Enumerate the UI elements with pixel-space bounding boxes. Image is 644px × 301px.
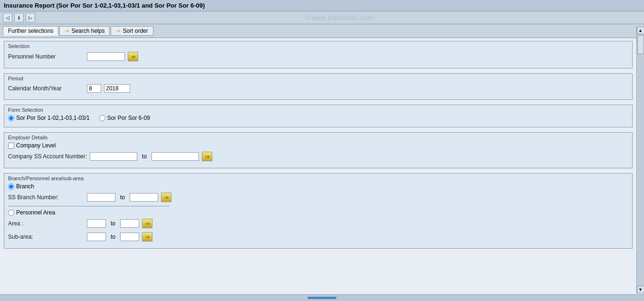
selection-title: Selection — [8, 43, 628, 49]
tab-further-selections[interactable]: Further selections — [3, 26, 58, 36]
tab-search-helps[interactable]: ⇒ Search helps — [59, 26, 110, 36]
ss-branch-number-label: SS Branch Number: — [8, 194, 84, 201]
status-indicator — [308, 297, 336, 299]
branch-personnel-title: Branch/Personnel area/sub-area — [8, 175, 628, 181]
company-ss-account-from-input[interactable] — [90, 152, 137, 161]
calendar-year-input[interactable] — [104, 84, 130, 93]
radio-sor6-input[interactable] — [99, 115, 105, 121]
branch-to-label: to — [120, 194, 125, 201]
scroll-thumb[interactable] — [637, 35, 644, 54]
main-content: Selection Personnel Number ⇒ Period Cale… — [0, 38, 644, 301]
employer-details-section: Employer Details Company Level Company S… — [4, 132, 633, 168]
tab-sort-order[interactable]: ⇒ Sort order — [111, 26, 153, 36]
ss-branch-number-to-input[interactable] — [130, 193, 158, 202]
branch-divider — [8, 206, 170, 206]
company-ss-account-btn[interactable]: ⇒ — [202, 152, 212, 161]
selection-section: Selection Personnel Number ⇒ — [4, 41, 633, 68]
radio-sor6-label: Sor Por Sor 6-09 — [107, 115, 150, 121]
sub-area-label: Sub-area: — [8, 233, 84, 240]
sort-order-arrow: ⇒ — [116, 28, 121, 34]
personnel-number-btn[interactable]: ⇒ — [128, 52, 138, 61]
employer-details-title: Employer Details — [8, 135, 628, 140]
ss-branch-number-row: SS Branch Number: to ⇒ — [8, 192, 628, 203]
company-ss-account-label: Company SS Account Number: — [8, 153, 87, 160]
radio-sor6-item: Sor Por Sor 6-09 — [99, 115, 150, 121]
form-selection-radios: Sor Por Sor 1-02,1-03,1-03/1 Sor Por Sor… — [8, 115, 628, 121]
company-ss-account-to-input[interactable] — [152, 152, 199, 161]
radio-personnel-area-input[interactable] — [8, 210, 14, 216]
personnel-number-row: Personnel Number ⇒ — [8, 51, 628, 62]
calendar-month-input[interactable] — [87, 84, 101, 93]
scroll-up-btn[interactable]: ▲ — [637, 27, 644, 34]
area-from-input[interactable] — [87, 219, 106, 228]
personnel-number-label: Personnel Number — [8, 53, 84, 60]
radio-branch-label: Branch — [16, 183, 34, 190]
company-ss-account-row: Company SS Account Number: to ⇒ — [8, 151, 628, 162]
company-level-row: Company Level — [8, 142, 628, 149]
form-selection-title: Form Selection — [8, 107, 628, 113]
info-icon[interactable]: ℹ — [14, 13, 24, 22]
form-selection-section: Form Selection Sor Por Sor 1-02,1-03,1-0… — [4, 105, 633, 127]
scrollbar[interactable]: ▲ ▼ — [636, 27, 644, 293]
area-row: Area : to ⇒ — [8, 218, 628, 229]
watermark: © www.tutorialkart.com — [37, 14, 641, 21]
toolbar: ◁ ℹ ▷ © www.tutorialkart.com — [0, 11, 644, 24]
company-ss-to-label: to — [142, 153, 147, 160]
forward-icon[interactable]: ▷ — [26, 13, 35, 22]
period-section: Period Calendar Month/Year — [4, 73, 633, 100]
calendar-month-year-label: Calendar Month/Year — [8, 85, 84, 92]
company-level-label: Company Level — [16, 142, 56, 149]
calendar-month-year-row: Calendar Month/Year — [8, 83, 628, 94]
sub-area-btn[interactable]: ⇒ — [142, 232, 152, 242]
sub-area-from-input[interactable] — [87, 233, 106, 241]
scroll-down-btn[interactable]: ▼ — [637, 286, 644, 293]
tab-bar: Further selections ⇒ Search helps ⇒ Sort… — [0, 24, 644, 38]
radio-personnel-area-item: Personnel Area — [8, 209, 628, 216]
area-btn[interactable]: ⇒ — [142, 219, 152, 228]
back-icon[interactable]: ◁ — [3, 13, 12, 22]
radio-branch-item: Branch — [8, 183, 628, 190]
radio-sor1-item: Sor Por Sor 1-02,1-03,1-03/1 — [8, 115, 90, 121]
personnel-number-input[interactable] — [87, 52, 125, 61]
title-text: Insurance Report (Sor Por Sor 1-02,1-03,… — [4, 2, 205, 9]
status-bar — [0, 294, 644, 301]
radio-branch-input[interactable] — [8, 184, 14, 190]
title-bar: Insurance Report (Sor Por Sor 1-02,1-03,… — [0, 0, 644, 11]
scroll-track — [637, 34, 644, 286]
further-selections-label: Further selections — [8, 28, 53, 34]
ss-branch-number-btn[interactable]: ⇒ — [161, 193, 171, 202]
radio-sor1-input[interactable] — [8, 115, 14, 121]
search-helps-label: Search helps — [71, 28, 104, 34]
sub-area-to-input[interactable] — [120, 233, 139, 241]
sub-area-row: Sub-area: to ⇒ — [8, 231, 628, 243]
area-to-label: to — [111, 220, 115, 227]
sort-order-label: Sort order — [123, 28, 148, 34]
radio-personnel-area-label: Personnel Area — [16, 209, 55, 216]
branch-personnel-section: Branch/Personnel area/sub-area Branch SS… — [4, 173, 633, 249]
company-level-checkbox[interactable] — [8, 143, 14, 149]
ss-branch-number-from-input[interactable] — [87, 193, 115, 202]
area-label: Area : — [8, 220, 84, 227]
radio-sor1-label: Sor Por Sor 1-02,1-03,1-03/1 — [16, 115, 90, 121]
sub-area-to-label: to — [111, 233, 115, 240]
period-title: Period — [8, 76, 628, 81]
search-helps-arrow: ⇒ — [65, 28, 69, 34]
area-to-input[interactable] — [120, 219, 139, 228]
